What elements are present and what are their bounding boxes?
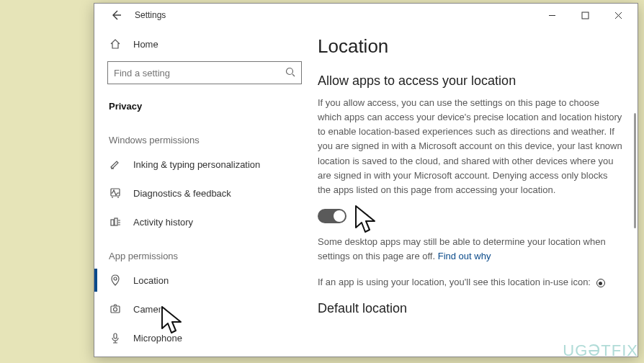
sidebar-home-label: Home	[133, 39, 158, 50]
sidebar-item-microphone[interactable]: Microphone	[94, 323, 312, 352]
allow-apps-heading: Allow apps to access your location	[318, 73, 623, 89]
location-toggle-row: On	[318, 209, 623, 223]
maximize-button[interactable]	[568, 4, 601, 26]
content-pane: Location Allow apps to access your locat…	[312, 27, 638, 357]
scrollbar-thumb[interactable]	[634, 113, 636, 228]
sidebar-category[interactable]: Privacy	[94, 91, 312, 120]
allow-apps-description: If you allow access, you can use the set…	[318, 96, 623, 197]
sidebar: Home Privacy Windows permissions Inking …	[94, 27, 312, 357]
activity-icon	[109, 215, 122, 228]
find-out-why-link[interactable]: Find out why	[438, 251, 491, 261]
sidebar-category-label: Privacy	[109, 101, 142, 112]
svg-rect-6	[111, 306, 120, 313]
home-icon	[109, 37, 122, 50]
toggle-state-label: On	[357, 210, 369, 221]
minimize-button[interactable]	[535, 4, 568, 26]
sidebar-item-activity[interactable]: Activity history	[94, 207, 312, 236]
default-location-heading: Default location	[318, 301, 623, 316]
watermark: UGƏTFIX	[563, 341, 638, 360]
sidebar-group-windows-permissions: Windows permissions	[94, 120, 312, 150]
sidebar-item-diagnostics[interactable]: Diagnostics & feedback	[94, 179, 312, 207]
svg-rect-4	[115, 218, 117, 225]
sidebar-item-label: Microphone	[133, 333, 182, 344]
back-button[interactable]	[107, 6, 125, 24]
toggle-knob	[334, 210, 345, 222]
location-toggle[interactable]	[318, 209, 346, 223]
svg-rect-8	[114, 333, 117, 339]
sidebar-item-inking[interactable]: Inking & typing personalization	[94, 150, 312, 179]
svg-rect-3	[111, 220, 114, 225]
search-input[interactable]	[114, 68, 285, 79]
microphone-icon	[109, 331, 122, 344]
svg-rect-2	[111, 189, 120, 196]
settings-window: Settings Home	[94, 3, 638, 357]
svg-point-5	[114, 277, 117, 280]
search-icon	[285, 67, 295, 79]
sidebar-item-label: Diagnostics & feedback	[133, 188, 231, 199]
desktop-apps-note: Some desktop apps may still be able to d…	[318, 235, 623, 264]
svg-point-7	[114, 308, 117, 311]
location-icon	[109, 274, 122, 287]
window-title: Settings	[135, 10, 166, 20]
svg-point-1	[287, 68, 293, 74]
sidebar-group-app-permissions: App permissions	[94, 236, 312, 266]
diagnostics-icon	[109, 187, 122, 200]
inking-icon	[109, 158, 122, 171]
sidebar-item-label: Activity history	[133, 217, 193, 228]
sidebar-home[interactable]: Home	[94, 30, 312, 58]
titlebar: Settings	[94, 4, 638, 27]
svg-rect-0	[582, 12, 589, 19]
camera-icon	[109, 302, 122, 315]
search-box[interactable]	[107, 61, 302, 84]
close-button[interactable]	[601, 4, 635, 26]
sidebar-item-label: Location	[133, 275, 169, 286]
sidebar-item-camera[interactable]: Camera	[94, 295, 312, 323]
page-title: Location	[318, 35, 623, 58]
location-in-use-icon	[596, 279, 605, 287]
sidebar-item-location[interactable]: Location	[94, 266, 312, 295]
sidebar-item-label: Camera	[133, 304, 166, 315]
in-use-note: If an app is using your location, you'll…	[318, 275, 623, 290]
sidebar-item-label: Inking & typing personalization	[133, 159, 260, 170]
